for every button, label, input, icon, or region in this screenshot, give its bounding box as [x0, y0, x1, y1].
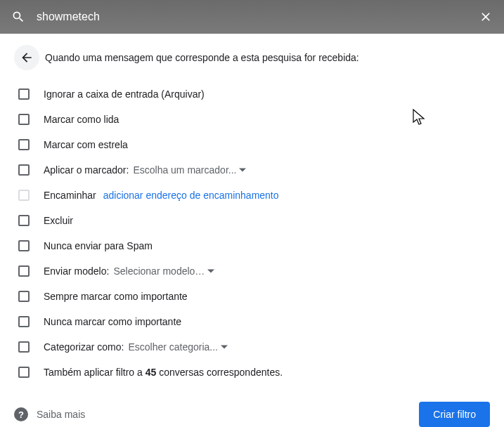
option-categorize: Categorizar como: Escolher categoria... — [14, 334, 490, 360]
checkbox-apply-label[interactable] — [18, 164, 30, 176]
label-categorize: Categorizar como: — [44, 341, 124, 353]
option-delete: Excluir — [14, 208, 490, 233]
label-never-spam: Nunca enviar para Spam — [44, 240, 153, 251]
header-text: Quando uma mensagem que corresponde a es… — [45, 52, 359, 63]
dropdown-categorize[interactable]: Escolher categoria... — [128, 341, 228, 353]
checkbox-archive[interactable] — [18, 88, 30, 100]
link-forward-address[interactable]: adicionar endereço de encaminhamento — [103, 190, 279, 201]
also-apply-suffix: conversas correspondentes. — [156, 367, 283, 378]
label-send-template: Enviar modelo: — [44, 265, 109, 277]
help-icon[interactable]: ? — [14, 407, 28, 421]
dropdown-categorize-text: Escolher categoria... — [128, 341, 218, 353]
also-apply-prefix: Também aplicar filtro a — [44, 367, 146, 378]
chevron-down-icon — [207, 268, 214, 275]
option-star: Marcar com estrela — [14, 132, 490, 157]
option-mark-read: Marcar como lida — [14, 107, 490, 132]
option-apply-label: Aplicar o marcador: Escolha um marcador.… — [14, 157, 490, 183]
dropdown-apply-label[interactable]: Escolha um marcador... — [133, 164, 246, 176]
checkbox-also-apply[interactable] — [18, 367, 30, 378]
chevron-down-icon — [221, 343, 228, 350]
label-apply-label: Aplicar o marcador: — [44, 164, 129, 176]
checkbox-categorize[interactable] — [18, 341, 30, 353]
close-icon[interactable] — [479, 10, 493, 24]
label-star: Marcar com estrela — [44, 139, 128, 150]
checkbox-star[interactable] — [18, 139, 30, 150]
filter-options-panel: Quando uma mensagem que corresponde a es… — [0, 34, 504, 385]
label-mark-read: Marcar como lida — [44, 114, 119, 125]
chevron-down-icon — [239, 166, 246, 173]
checkbox-never-important[interactable] — [18, 316, 30, 327]
search-bar: showmetech — [0, 0, 504, 34]
dropdown-apply-label-text: Escolha um marcador... — [133, 164, 236, 176]
dropdown-send-template[interactable]: Selecionar modelo… — [113, 265, 214, 277]
option-also-apply: Também aplicar filtro a 45 conversas cor… — [14, 360, 490, 385]
checkbox-send-template[interactable] — [18, 265, 30, 277]
also-apply-count: 45 — [146, 367, 157, 378]
search-icon — [11, 10, 25, 24]
search-query[interactable]: showmetech — [37, 11, 479, 23]
label-archive: Ignorar a caixa de entrada (Arquivar) — [44, 88, 205, 100]
footer: ? Saiba mais Criar filtro — [0, 390, 504, 427]
footer-left: ? Saiba mais — [14, 407, 85, 421]
option-never-spam: Nunca enviar para Spam — [14, 233, 490, 258]
learn-more-link[interactable]: Saiba mais — [37, 409, 85, 420]
checkbox-always-important[interactable] — [18, 291, 30, 302]
label-always-important: Sempre marcar como importante — [44, 291, 188, 302]
back-button[interactable] — [14, 45, 39, 70]
label-delete: Excluir — [44, 215, 73, 226]
label-forward: Encaminhar — [44, 190, 96, 201]
checkbox-delete[interactable] — [18, 215, 30, 226]
option-send-template: Enviar modelo: Selecionar modelo… — [14, 258, 490, 284]
dropdown-send-template-text: Selecionar modelo… — [113, 265, 205, 277]
label-never-important: Nunca marcar como importante — [44, 316, 181, 327]
option-forward: Encaminhar adicionar endereço de encamin… — [14, 183, 490, 208]
header-row: Quando uma mensagem que corresponde a es… — [14, 45, 490, 70]
checkbox-mark-read[interactable] — [18, 114, 30, 125]
checkbox-never-spam[interactable] — [18, 240, 30, 251]
option-always-important: Sempre marcar como importante — [14, 284, 490, 309]
label-also-apply: Também aplicar filtro a 45 conversas cor… — [44, 367, 283, 378]
checkbox-forward[interactable] — [18, 190, 30, 201]
option-never-important: Nunca marcar como importante — [14, 309, 490, 334]
create-filter-button[interactable]: Criar filtro — [419, 402, 490, 427]
option-archive: Ignorar a caixa de entrada (Arquivar) — [14, 81, 490, 107]
